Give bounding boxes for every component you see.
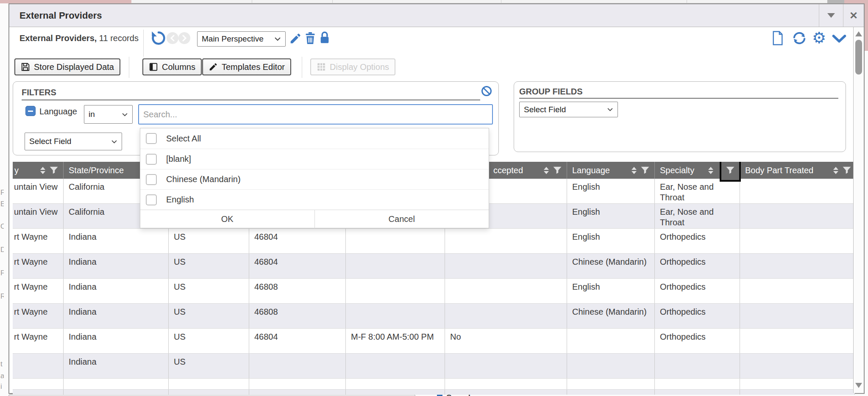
checkbox-icon[interactable] [146, 194, 157, 205]
next-perspective-button[interactable] [178, 32, 190, 44]
table-cell: 46804 [249, 329, 346, 353]
table-cell [740, 379, 855, 389]
column-header-city[interactable]: y [13, 162, 64, 179]
dropdown-item-blank[interactable]: [blank] [140, 149, 489, 169]
table-row[interactable]: rt WayneIndianaUS46804M-F 8:00 AM-5:00 P… [13, 329, 855, 354]
dialog-titlebar: External Providers ✕ [9, 4, 864, 27]
table-cell: US [169, 279, 249, 303]
clear-filters-button[interactable] [481, 85, 492, 97]
column-header-body-part-treated[interactable]: Body Part Treated [740, 162, 855, 179]
column-header-language[interactable]: Language [567, 162, 655, 179]
filter-icon[interactable] [50, 166, 58, 174]
table-cell [740, 390, 855, 395]
scroll-down-icon[interactable] [855, 383, 862, 388]
checkbox-icon[interactable] [146, 174, 157, 185]
table-cell [346, 279, 445, 303]
table-cell [655, 379, 740, 389]
sort-icon[interactable] [40, 167, 45, 174]
filter-icon[interactable] [553, 166, 562, 174]
filter-icon[interactable] [843, 166, 851, 174]
delete-perspective-button[interactable] [304, 31, 316, 45]
sort-icon[interactable] [544, 167, 549, 174]
table-cell [346, 390, 445, 395]
new-document-button[interactable] [771, 30, 785, 46]
vertical-scrollbar[interactable] [853, 27, 864, 393]
filters-panel-rule [22, 100, 480, 100]
table-row[interactable]: rt WayneIndianaUS46804EnglishOrthopedics [13, 229, 855, 254]
filter-search-input[interactable] [138, 104, 493, 125]
filter-icon[interactable] [641, 166, 649, 174]
refresh-icon [792, 30, 807, 46]
background-text-fragment: C [0, 222, 4, 231]
table-cell [64, 379, 169, 389]
sort-icon[interactable] [632, 167, 637, 174]
chevron-left-icon [170, 35, 175, 42]
lock-perspective-button[interactable] [319, 30, 331, 45]
chevron-down-icon [111, 140, 117, 144]
background-pink-edge [865, 3, 868, 51]
table-row[interactable] [13, 379, 855, 390]
table-row[interactable]: rt WayneIndianaUS46804Chinese (Mandarin)… [13, 254, 855, 279]
table-row[interactable]: rt WayneIndianaUS46808Chinese (Mandarin)… [13, 304, 855, 329]
specialty-filter-focus-box [720, 162, 741, 182]
columns-button[interactable]: Columns [142, 58, 202, 75]
group-field-select[interactable]: Select Field [519, 102, 618, 117]
ok-button[interactable]: OK [140, 210, 314, 228]
table-row[interactable]: rt WayneIndianaUS46808EnglishOrthopedics [13, 279, 855, 304]
close-dialog-button[interactable]: ✕ [843, 4, 864, 27]
scrollbar-thumb[interactable] [855, 40, 862, 75]
filter-icon[interactable] [726, 166, 734, 174]
chevron-down-icon [122, 113, 128, 116]
dropdown-item-select-all[interactable]: Select All [140, 128, 489, 149]
previous-perspective-button[interactable] [167, 32, 178, 44]
chevron-down-icon [827, 13, 835, 18]
table-cell [64, 390, 169, 395]
undo-button[interactable] [150, 30, 167, 47]
background-text-fragment: D [0, 246, 4, 254]
filter-row-checkbox[interactable] [25, 106, 36, 116]
table-row[interactable]: IndianaUS [13, 354, 855, 379]
table-cell: 46804 [249, 229, 346, 253]
add-filter-field-select[interactable]: Select Field [25, 133, 122, 150]
slash-circle-icon [481, 85, 492, 97]
dropdown-item-chinese-mandarin[interactable]: Chinese (Mandarin) [140, 169, 489, 189]
table-cell: US [169, 254, 249, 278]
column-header-specialty[interactable]: Specialty [655, 162, 740, 179]
group-field-value: Select Field [524, 105, 566, 114]
refresh-button[interactable] [792, 30, 807, 46]
store-displayed-data-button[interactable]: Store Displayed Data [14, 58, 120, 75]
dropdown-item-english[interactable]: English [140, 189, 489, 210]
scroll-up-icon[interactable] [855, 31, 862, 36]
background-text-fragment: F [0, 269, 4, 277]
checkbox-icon[interactable] [146, 133, 157, 144]
edit-perspective-button[interactable] [289, 32, 302, 45]
collapse-toolbar-button[interactable] [832, 35, 846, 43]
cancel-button[interactable]: Cancel [314, 210, 489, 228]
perspective-select[interactable]: Main Perspective [197, 31, 286, 47]
table-cell: rt Wayne [13, 279, 64, 303]
chevron-down-icon [607, 108, 613, 111]
table-cell [445, 354, 567, 378]
table-cell: US [169, 329, 249, 353]
settings-gear-icon[interactable]: ⚙ [812, 30, 826, 47]
filters-panel-title: FILTERS [22, 88, 56, 97]
templates-editor-button[interactable]: Templates Editor [202, 58, 291, 75]
chevron-down-icon [832, 35, 846, 43]
collapse-dialog-button[interactable] [819, 4, 843, 27]
table-cell [445, 304, 567, 328]
table-cell: Indiana [64, 304, 169, 328]
table-cell [249, 379, 346, 389]
filter-operator-select[interactable]: in [84, 105, 133, 124]
table-cell [346, 304, 445, 328]
group-fields-panel: GROUP FIELDS Select Field [514, 81, 846, 152]
table-cell [567, 379, 655, 389]
table-row[interactable] [13, 390, 855, 395]
table-cell: Ear, Nose and Throat [655, 179, 740, 203]
sort-icon[interactable] [708, 167, 713, 174]
table-cell [445, 229, 567, 253]
sort-icon[interactable] [833, 167, 838, 174]
background-divider [501, 0, 501, 3]
checkbox-icon[interactable] [146, 154, 157, 165]
chevron-right-icon [181, 35, 187, 42]
table-cell: Indiana [64, 254, 169, 278]
